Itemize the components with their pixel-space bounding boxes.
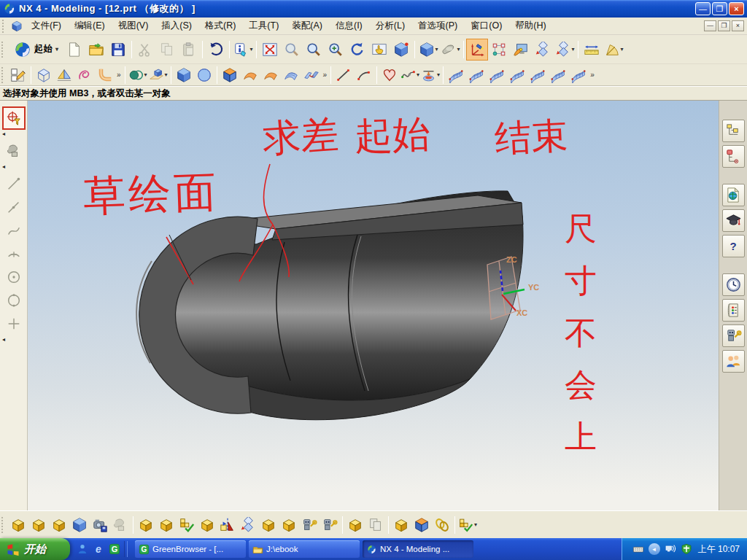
part-navigator-tab[interactable] [722, 145, 745, 168]
create-new-parent-button[interactable] [177, 516, 197, 534]
undo-button[interactable] [205, 39, 227, 61]
menu-tools[interactable]: 工具(T) [242, 18, 285, 34]
collapse-arrow-icon[interactable]: ◂ [2, 336, 5, 343]
profile-button[interactable] [379, 66, 400, 85]
move-component-button[interactable] [238, 516, 258, 534]
boolean-button[interactable]: ▾ [128, 66, 148, 85]
snap-quadrant-button[interactable] [2, 289, 26, 312]
select-components-button[interactable] [49, 516, 69, 534]
menu-window[interactable]: 窗口(O) [464, 18, 508, 34]
arc-button[interactable] [354, 66, 374, 85]
antivirus-shield-icon[interactable] [681, 543, 692, 555]
collapse-arrow-icon[interactable]: ◂ [2, 131, 5, 137]
datum-csys-button[interactable] [54, 66, 74, 85]
perspective-button[interactable] [390, 39, 412, 61]
help-tab[interactable]: ? [722, 235, 745, 257]
sequence-button[interactable] [365, 516, 386, 534]
overflow-chevron-icon[interactable]: » [590, 71, 595, 79]
menu-format[interactable]: 格式(R) [198, 18, 242, 34]
graphics-viewport[interactable]: ZC YC XC 求差 起始 结束 草绘面 尺寸不会上 [28, 101, 719, 510]
snap-crosshair-button[interactable] [2, 106, 26, 130]
task-greenbrowser[interactable]: G GreenBrowser - [... [135, 540, 246, 558]
menu-help[interactable]: 帮助(H) [508, 18, 552, 34]
restore-button[interactable]: ❐ [712, 2, 727, 15]
mirror-assembly-button[interactable] [217, 516, 238, 534]
collapse-arrow-icon[interactable]: ◂ [2, 163, 5, 170]
menu-edit[interactable]: 编辑(E) [68, 18, 112, 34]
snap-arc-center-button[interactable] [2, 242, 26, 265]
snap-existing-point-button[interactable] [2, 312, 26, 335]
mdi-minimize-button[interactable]: — [704, 20, 716, 31]
rotate-view-button[interactable] [347, 39, 368, 61]
show-components-button[interactable] [69, 516, 90, 534]
step-back-button[interactable]: ▾ [554, 39, 576, 61]
roles-tab[interactable] [722, 350, 745, 373]
minimize-button[interactable]: — [695, 2, 711, 15]
save-button[interactable] [107, 39, 129, 61]
mate-component-button[interactable] [299, 516, 320, 534]
information-button[interactable]: ▾ [232, 39, 254, 61]
palette-tab[interactable] [722, 299, 745, 322]
start-button[interactable]: 开始 [0, 538, 70, 560]
find-component-button[interactable] [8, 516, 28, 534]
sheet-button[interactable] [260, 66, 281, 85]
quicklaunch-messenger[interactable] [76, 542, 89, 556]
menu-insert[interactable]: 插入(S) [155, 18, 198, 34]
line-button[interactable] [333, 66, 354, 85]
wave-link-button[interactable] [432, 516, 452, 534]
fit-view-button[interactable] [259, 39, 281, 61]
task-nx-modeling[interactable]: NX 4 - Modeling ... [363, 540, 473, 558]
tube-button[interactable] [95, 66, 115, 85]
menu-information[interactable]: 信息(I) [329, 18, 369, 34]
check-mate-button[interactable]: ▾ [457, 516, 478, 534]
open-component-button[interactable] [28, 516, 49, 534]
menu-analysis[interactable]: 分析(L) [369, 18, 411, 34]
curve-button[interactable] [74, 66, 95, 85]
measure-distance-button[interactable] [581, 39, 603, 61]
web-browser-tab[interactable] [722, 184, 745, 206]
zoom-in-out-button[interactable] [325, 39, 347, 61]
step-forward-button[interactable] [532, 39, 554, 61]
system-tab[interactable] [722, 324, 745, 347]
pad-button[interactable]: ▾ [420, 66, 441, 85]
datum-plane-button[interactable] [34, 66, 54, 85]
section-surface-button[interactable] [548, 66, 568, 85]
through-curves-button[interactable] [487, 66, 507, 85]
snap-point-on-curve-button[interactable] [2, 219, 26, 242]
tray-clock[interactable]: 上午 10:07 [698, 543, 740, 556]
mdi-restore-button[interactable]: ❐ [718, 20, 730, 31]
ruled-surface-button[interactable] [466, 66, 487, 85]
arrangements-button[interactable] [345, 516, 365, 534]
rendering-style-button[interactable]: ▾ [439, 39, 461, 61]
menu-file[interactable]: 文件(F) [25, 18, 68, 34]
keyboard-tray-icon[interactable] [632, 543, 644, 555]
trim-body-button[interactable] [220, 66, 240, 85]
menu-preferences[interactable]: 首选项(P) [411, 18, 464, 34]
start-menu-button[interactable]: 起始 ▾ [8, 39, 63, 61]
curve-mesh-button[interactable] [507, 66, 527, 85]
spline-button[interactable]: ▾ [400, 66, 420, 85]
assembly-navigator-tab[interactable] [722, 120, 745, 142]
history-tab[interactable] [722, 273, 745, 296]
sew-button[interactable] [301, 66, 322, 85]
overflow-chevron-icon[interactable]: » [323, 71, 328, 79]
orient-view-button[interactable]: ▾ [417, 39, 439, 61]
extrude-button[interactable]: ▾ [148, 66, 169, 85]
sphere-button[interactable] [194, 66, 214, 85]
assembly-constraints-button[interactable] [279, 516, 299, 534]
add-multiple-button[interactable] [197, 516, 217, 534]
n-sided-surface-button[interactable] [568, 66, 589, 85]
swept-button[interactable] [240, 66, 260, 85]
task-ebook-folder[interactable]: J:\ebook [249, 540, 360, 558]
part-model[interactable] [136, 191, 523, 420]
replace-component-button[interactable] [258, 516, 279, 534]
measure-angle-button[interactable]: ▾ [603, 39, 624, 61]
snap-endpoint-button[interactable] [2, 172, 26, 195]
snap-midpoint-button[interactable] [2, 195, 26, 219]
system-menu-icon[interactable] [10, 20, 23, 32]
menu-assemblies[interactable]: 装配(A) [285, 18, 329, 34]
snap-circle-center-button[interactable] [2, 265, 26, 289]
new-file-button[interactable] [63, 39, 85, 61]
add-component-button[interactable] [136, 516, 156, 534]
pan-view-button[interactable] [368, 39, 390, 61]
